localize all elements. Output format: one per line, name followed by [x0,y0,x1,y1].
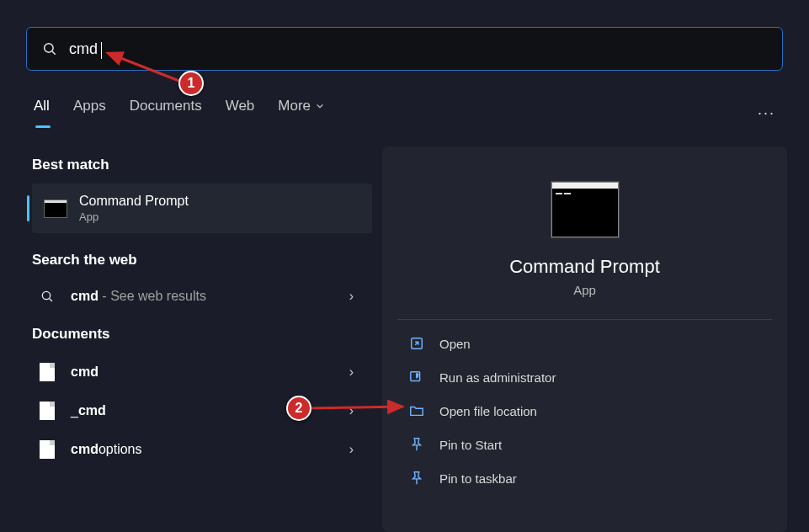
document-result-text: cmd [71,364,98,380]
search-icon [42,41,57,56]
document-result-text: cmdoptions [71,442,142,457]
preview-subtitle: App [397,283,772,297]
annotation-badge-1: 1 [178,71,204,96]
document-icon [40,402,55,420]
svg-point-2 [42,291,50,299]
document-result[interactable]: cmdoptions › [32,430,372,469]
web-result-text: cmd - See web results [71,289,206,304]
tab-more[interactable]: More [278,98,324,128]
document-icon [40,363,55,381]
chevron-right-icon: › [349,289,354,304]
preview-app-icon [551,182,619,237]
preview-title: Command Prompt [397,256,772,278]
action-pin-start[interactable]: Pin to Start [397,428,772,461]
chevron-down-icon [316,102,324,110]
chevron-right-icon: › [349,403,354,418]
best-match-subtitle: App [79,210,189,223]
best-match-title: Command Prompt [79,194,189,209]
pin-start-icon [409,437,424,452]
filter-tabs: All Apps Documents Web More ··· [34,98,775,128]
tab-documents[interactable]: Documents [130,98,202,128]
web-result[interactable]: cmd - See web results › [32,279,372,314]
preview-panel: Command Prompt App Open Run as administr… [382,146,787,532]
action-open-location[interactable]: Open file location [397,394,772,428]
section-best-match: Best match [32,157,372,173]
action-label: Pin to Start [439,438,502,452]
svg-line-1 [52,51,56,55]
search-bar[interactable] [26,27,783,71]
document-result-text: _cmd [71,403,106,418]
chevron-right-icon: › [349,364,354,380]
tab-more-label: More [278,98,311,114]
search-input[interactable] [69,40,767,58]
action-label: Run as administrator [439,370,556,385]
document-icon [40,440,55,459]
document-result[interactable]: cmd › [32,353,372,391]
tab-all[interactable]: All [34,98,50,128]
action-pin-taskbar[interactable]: Pin to taskbar [397,461,772,495]
action-label: Open file location [439,404,537,418]
svg-point-0 [45,44,54,53]
overflow-menu[interactable]: ··· [758,104,775,122]
action-label: Pin to taskbar [439,471,517,486]
text-caret [101,42,102,59]
divider [397,319,772,320]
tab-web[interactable]: Web [226,98,255,128]
open-icon [409,336,424,351]
action-label: Open [439,337,471,351]
section-documents: Documents [32,326,372,343]
admin-icon [409,370,424,385]
action-open[interactable]: Open [397,327,772,360]
tab-apps[interactable]: Apps [73,98,106,128]
folder-icon [409,403,424,418]
pin-taskbar-icon [409,471,424,486]
search-icon [40,290,54,303]
command-prompt-icon [44,200,67,218]
best-match-result[interactable]: Command Prompt App [32,184,372,233]
section-search-web: Search the web [32,252,372,269]
action-run-admin[interactable]: Run as administrator [397,360,772,394]
results-column: Best match Command Prompt App Search the… [32,157,372,469]
annotation-badge-2: 2 [286,396,311,421]
document-result[interactable]: _cmd › [32,391,372,430]
svg-line-3 [50,299,52,301]
chevron-right-icon: › [349,442,354,457]
